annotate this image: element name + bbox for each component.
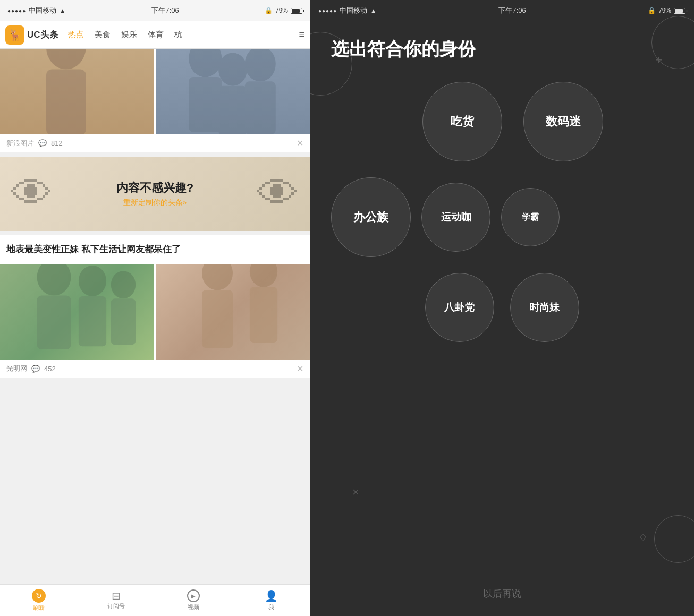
identity-shuma-label: 数码迷 [546, 114, 581, 130]
nav-subscribe[interactable]: ⊟ 订阅号 [78, 591, 155, 610]
right-status-bar: ●●●●● 中国移动 ▲ 下午7:06 🔒 79% [310, 0, 694, 21]
identity-yundong[interactable]: 运动咖 [421, 183, 490, 252]
article-2-source: 光明网 [6, 364, 27, 373]
bottom-nav: ↻ 刷新 ⊟ 订阅号 ▶ 视频 👤 我 [0, 584, 310, 616]
nav-menu-icon[interactable]: ≡ [299, 29, 304, 40]
ad-sub-text: 重新定制你的头条» [116, 198, 193, 208]
logo-area[interactable]: 🦌 UC头条 [5, 25, 58, 45]
later-button[interactable]: 以后再说 [310, 577, 694, 616]
signal-dots: ●●●●● [7, 8, 26, 14]
content-area[interactable]: 新浪图片 💬 812 ✕ 👁 👁 内容不感兴趣? 重新定制你的头条» [0, 49, 310, 584]
wifi-icon: ▲ [59, 7, 66, 15]
article-1-source: 新浪图片 [6, 139, 34, 148]
bookmark-icon: ⊟ [112, 591, 121, 601]
ad-banner-card[interactable]: 👁 👁 内容不感兴趣? 重新定制你的头条» [0, 157, 310, 231]
deco-plus-icon: + [655, 53, 662, 67]
circles-row-3: 八卦党 时尚妹 [326, 273, 678, 342]
time-display: 下午7:06 [151, 6, 179, 15]
nav-item-hot[interactable]: 热点 [65, 28, 87, 42]
right-panel: ●●●●● 中国移动 ▲ 下午7:06 🔒 79% 选出符合你的身份 + × ◇… [310, 0, 694, 616]
article-2-image-1 [0, 264, 154, 360]
svg-point-16 [202, 264, 233, 290]
article-card-1: 新浪图片 💬 812 ✕ [0, 49, 310, 152]
article-1-comments: 812 [51, 139, 63, 147]
nav-video-label: 视频 [188, 603, 199, 611]
article-1-meta: 新浪图片 💬 812 ✕ [0, 134, 310, 152]
article-2-images [0, 264, 310, 360]
nav-item-entertainment[interactable]: 娱乐 [118, 28, 140, 42]
svg-rect-1 [46, 70, 86, 134]
nav-item-food[interactable]: 美食 [91, 28, 114, 42]
svg-point-14 [111, 271, 136, 298]
nav-subscribe-label: 订阅号 [107, 602, 125, 610]
svg-rect-15 [111, 298, 136, 345]
refresh-icon: ↻ [32, 589, 46, 603]
close-btn-2[interactable]: ✕ [297, 364, 303, 374]
ad-sub-highlight[interactable]: 重新定制你的头条» [123, 198, 187, 207]
nav-me-label: 我 [268, 603, 274, 611]
identity-bagua-label: 八卦党 [444, 301, 475, 314]
right-status-left: ●●●●● 中国移动 ▲ [318, 6, 377, 15]
svg-rect-19 [250, 287, 277, 342]
svg-point-8 [218, 53, 247, 86]
right-wifi-icon: ▲ [370, 7, 377, 15]
identity-bagua[interactable]: 八卦党 [425, 273, 494, 342]
nav-refresh-label: 刷新 [33, 604, 45, 612]
right-carrier: 中国移动 [340, 6, 367, 15]
article-2-title: 地表最美变性正妹 私下生活让网友都呆住了 [0, 235, 310, 264]
svg-rect-11 [37, 295, 71, 349]
user-icon: 👤 [265, 589, 278, 602]
identity-shuma[interactable]: 数码迷 [523, 82, 603, 161]
nav-item-sports[interactable]: 体育 [145, 28, 167, 42]
identity-xueba[interactable]: 学霸 [501, 188, 560, 246]
logo-deer-icon: 🦌 [5, 25, 24, 45]
right-eye-sketch: 👁 [257, 169, 299, 218]
article-2-comments: 452 [44, 365, 56, 373]
nav-me[interactable]: 👤 我 [232, 589, 310, 611]
identity-bangong[interactable]: 办公族 [331, 177, 411, 257]
article-image-1 [0, 49, 154, 134]
carrier-label: 中国移动 [29, 6, 56, 15]
identity-xueba-label: 学霸 [522, 212, 539, 223]
right-time: 下午7:06 [498, 6, 526, 15]
svg-point-12 [79, 266, 106, 296]
svg-rect-13 [79, 296, 106, 346]
close-btn-1[interactable]: ✕ [297, 138, 303, 148]
app-title: UC头条 [27, 29, 58, 41]
right-lock-icon: 🔒 [648, 7, 656, 14]
ad-banner[interactable]: 👁 👁 内容不感兴趣? 重新定制你的头条» [0, 157, 310, 231]
comment-icon-2: 💬 [31, 365, 40, 373]
identity-shishang[interactable]: 时尚妹 [510, 273, 579, 342]
svg-point-6 [245, 49, 276, 81]
battery-percent: 79% [275, 7, 288, 14]
nav-refresh[interactable]: ↻ 刷新 [0, 589, 78, 612]
ad-text: 内容不感兴趣? 重新定制你的头条» [116, 180, 193, 208]
right-signal-dots: ●●●●● [318, 8, 337, 14]
left-status-bar: ●●●●● 中国移动 ▲ 下午7:06 🔒 79% [0, 0, 310, 21]
video-icon: ▶ [187, 589, 200, 602]
article-2-image-2 [156, 264, 310, 360]
battery-icon [291, 8, 302, 14]
svg-point-0 [46, 49, 86, 70]
comment-icon-1: 💬 [38, 139, 47, 147]
circles-row-2: 办公族 运动咖 学霸 [326, 177, 678, 257]
svg-point-4 [189, 49, 222, 77]
ad-main-text: 内容不感兴趣? [116, 180, 193, 196]
status-right: 🔒 79% [265, 7, 302, 14]
identity-circles-container: 吃货 数码迷 办公族 运动咖 学霸 八卦党 时尚妹 [310, 71, 694, 577]
identity-title: 选出符合你的身份 [310, 21, 694, 71]
nav-video[interactable]: ▶ 视频 [155, 589, 233, 611]
identity-chihuo[interactable]: 吃货 [422, 82, 502, 161]
nav-item-hangzhou[interactable]: 杭 [171, 28, 185, 42]
svg-rect-17 [202, 290, 233, 348]
right-battery-percent: 79% [658, 7, 671, 14]
nav-bar: 🦌 UC头条 热点 美食 娱乐 体育 杭 ≡ [0, 21, 310, 49]
article-image-row [0, 49, 310, 134]
left-eye-sketch: 👁 [11, 169, 53, 218]
right-status-right: 🔒 79% [648, 7, 685, 14]
svg-point-18 [250, 264, 277, 287]
status-left: ●●●●● 中国移动 ▲ [7, 6, 66, 15]
circles-row-1: 吃货 数码迷 [326, 82, 678, 161]
right-battery-icon [674, 8, 685, 14]
svg-rect-9 [218, 86, 247, 134]
